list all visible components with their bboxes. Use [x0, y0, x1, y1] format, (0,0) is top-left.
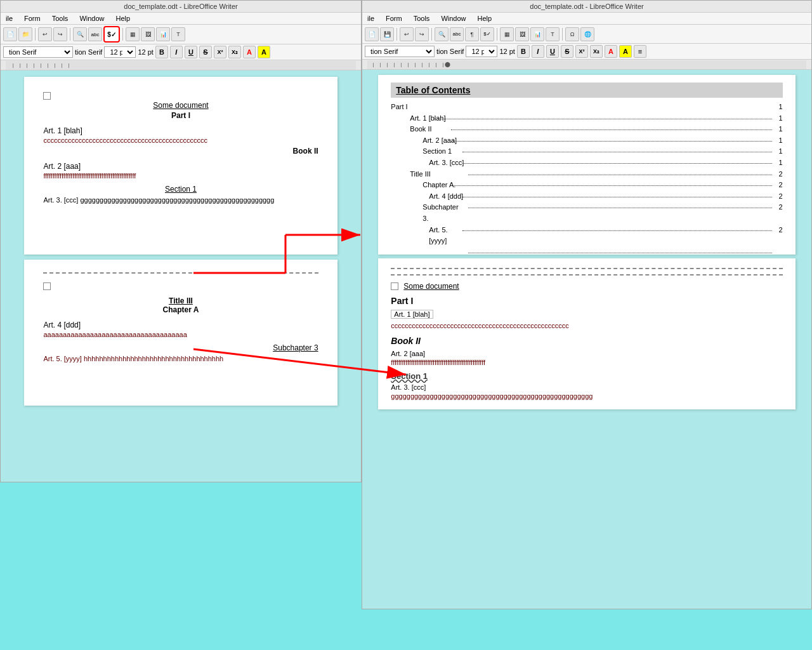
r-highlight-button[interactable]: A — [619, 45, 632, 58]
highlight-button[interactable]: A — [258, 46, 270, 58]
toc-label-art5: Art. 5. [yyyy] — [429, 225, 467, 247]
spellcheck-button[interactable]: abc — [88, 27, 102, 41]
r-web-button[interactable]: 🌐 — [580, 27, 594, 41]
right-menubar[interactable]: ile Form Tools Window Help — [362, 13, 811, 25]
r-menu-file[interactable]: ile — [365, 14, 377, 23]
toc-page-book2: 1 — [773, 124, 783, 135]
ruler-marks: | | | | | | | | | — [6, 61, 356, 70]
left-formatting-bar: tion Serif tion Serif 12 pt 12 pt B I U … — [1, 44, 361, 60]
menu-tools[interactable]: Tools — [49, 14, 71, 23]
r-art2-content: ffffffffffffffffffffffffffffffffffffffff… — [391, 359, 782, 366]
main-checkbox — [391, 282, 398, 290]
art1-content: cccccccccccccccccccccccccccccccccccccccc… — [43, 136, 318, 144]
r-image-button[interactable]: 🖼 — [515, 27, 529, 41]
r-font-family-select[interactable]: tion Serif — [365, 46, 435, 57]
r-justify-button[interactable]: ≡ — [634, 45, 646, 58]
bold-button[interactable]: B — [155, 46, 168, 58]
right-formatting-bar: tion Serif tion Serif 12 pt 12 pt B I U … — [362, 44, 811, 60]
r-font-size-select[interactable]: 12 pt — [466, 46, 497, 57]
r-special-button[interactable]: $✓ — [480, 27, 494, 41]
toc-page-title3: 2 — [773, 169, 783, 180]
right-doc-area: Table of Contents Part I 1 Art. 1 [blah]… — [362, 70, 811, 609]
r-art2: Art. 2 [aaa] — [391, 350, 782, 357]
r-menu-window[interactable]: Window — [438, 14, 468, 23]
menu-help[interactable]: Help — [114, 14, 133, 23]
textbox-button[interactable]: T — [171, 27, 185, 41]
title3-heading: Title III — [43, 296, 318, 305]
r-art1: Art. 1 [blah] — [391, 310, 433, 319]
font-family-select[interactable]: tion Serif — [3, 46, 73, 58]
r-textbox-button[interactable]: T — [546, 27, 560, 41]
left-toolbar: 📄 📁 ↩ ↪ 🔍 abc $✓ ▦ 🖼 📊 T — [1, 25, 361, 44]
redo-button[interactable]: ↪ — [53, 27, 67, 41]
r-art1-content: cccccccccccccccccccccccccccccccccccccccc… — [391, 322, 782, 329]
r-save-button[interactable]: 💾 — [380, 27, 394, 41]
art4-content: aaaaaaaaaaaaaaaaaaaaaaaaaaaaaaaaaaaaa — [43, 331, 318, 338]
r-superscript-button[interactable]: X² — [575, 45, 588, 58]
art4-heading: Art. 4 [ddd] — [43, 321, 318, 329]
r-table-button[interactable]: ▦ — [500, 27, 514, 41]
r-new-button[interactable]: 📄 — [365, 27, 379, 41]
r-omega-button[interactable]: Ω — [565, 27, 579, 41]
font-size-select[interactable]: 12 pt — [104, 46, 136, 58]
r-undo-button[interactable]: ↩ — [400, 27, 414, 41]
r-fontcolor-button[interactable]: A — [605, 45, 617, 58]
r-zoom-button[interactable]: 🔍 — [435, 27, 449, 41]
r-bold-button[interactable]: B — [517, 45, 530, 58]
superscript-button[interactable]: X² — [214, 46, 226, 58]
section1-heading: Section 1 — [43, 185, 318, 194]
r-book2: Book II — [391, 336, 782, 346]
r-menu-help[interactable]: Help — [475, 14, 495, 23]
menu-file[interactable]: ile — [3, 14, 15, 23]
r-chart-button[interactable]: 📊 — [530, 27, 544, 41]
zoom-button[interactable]: 🔍 — [73, 27, 87, 41]
r-art3-content: gggggggggggggggggggggggggggggggggggggggg… — [391, 392, 782, 400]
r-menu-form[interactable]: Form — [383, 14, 405, 23]
left-titlebar: doc_template.odt - LibreOffice Writer — [1, 1, 361, 13]
r-subscript-button[interactable]: X₂ — [590, 45, 603, 58]
image-button[interactable]: 🖼 — [141, 27, 155, 41]
toc-page-section1: 1 — [773, 146, 783, 157]
chapterA-heading: Chapter A — [43, 305, 318, 314]
page2-checkbox — [43, 282, 51, 290]
special-button[interactable]: $✓ — [103, 26, 120, 43]
r-part1: Part I — [391, 296, 782, 306]
r-menu-tools[interactable]: Tools — [411, 14, 433, 23]
r-section1: Section 1 — [391, 371, 782, 381]
toc-label-art3: Art. 3. [ccc] — [429, 157, 467, 169]
right-ruler: | | | | | | | | | | | ⬤ — [362, 60, 811, 70]
open-button[interactable]: 📁 — [18, 27, 32, 41]
r-strikethrough-button[interactable]: S — [561, 45, 573, 58]
table-button[interactable]: ▦ — [126, 27, 140, 41]
r-underline-button[interactable]: U — [546, 45, 559, 58]
italic-button[interactable]: I — [170, 46, 183, 58]
left-menubar[interactable]: ile Form Tools Window Help — [1, 13, 361, 25]
art2-heading: Art. 2 [aaa] — [43, 162, 318, 171]
r-sep1 — [396, 28, 397, 41]
toc-dots-art1 — [451, 119, 771, 131]
fontcolor-button[interactable]: A — [243, 46, 256, 58]
new-button[interactable]: 📄 — [3, 27, 17, 41]
menu-window[interactable]: Window — [77, 14, 107, 23]
r-doc-title: Some document — [403, 282, 459, 291]
r-italic-button[interactable]: I — [532, 45, 544, 58]
toc-dots-book2 — [451, 130, 771, 142]
toc-header: Table of Contents — [391, 83, 782, 98]
strikethrough-button[interactable]: S — [199, 46, 212, 58]
toc-dots-art2 — [462, 142, 771, 153]
menu-form[interactable]: Form — [22, 14, 43, 23]
art2-content: ffffffffffffffffffffffffffffffffffffffff… — [43, 172, 318, 180]
doc-title: Some document — [43, 101, 318, 110]
art1-heading: Art. 1 [blah] — [43, 126, 318, 135]
r-pilcrow-button[interactable]: ¶ — [465, 27, 479, 41]
page1-checkbox — [43, 92, 51, 100]
r-redo-button[interactable]: ↪ — [415, 27, 429, 41]
toc-dots-part1 — [435, 108, 772, 119]
right-ruler-marks: | | | | | | | | | | | ⬤ — [367, 60, 806, 69]
undo-button[interactable]: ↩ — [38, 27, 52, 41]
r-spellcheck-button[interactable]: abc — [450, 27, 464, 41]
subscript-button[interactable]: X₂ — [228, 46, 241, 58]
font-family-label: tion Serif — [75, 48, 102, 56]
underline-button[interactable]: U — [185, 46, 197, 58]
chart-button[interactable]: 📊 — [156, 27, 170, 41]
